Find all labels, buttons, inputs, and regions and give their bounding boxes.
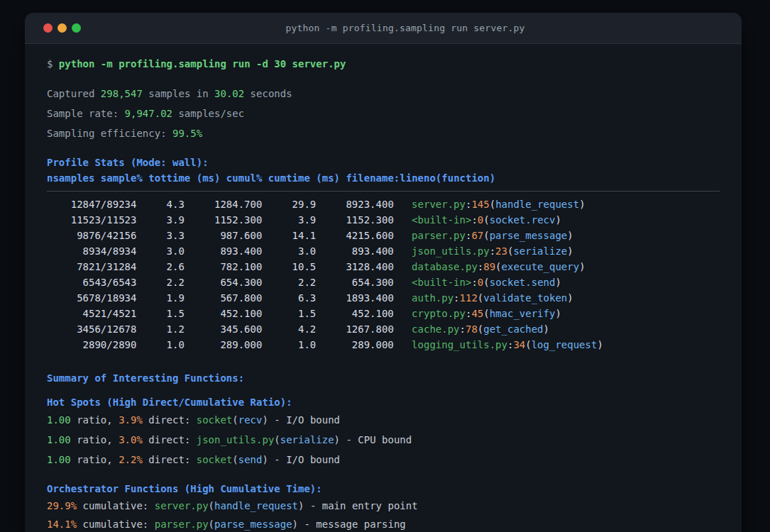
cell: 567.800 xyxy=(185,290,263,306)
cell: 3.9 xyxy=(136,212,184,228)
line-number: 34 xyxy=(513,339,525,350)
cell: 1.0 xyxy=(262,337,316,353)
cell: 2890/2890 xyxy=(47,337,136,353)
cell: 3.0 xyxy=(136,243,184,259)
hot-spots-list: 1.00 ratio, 3.9% direct: socket(recv) - … xyxy=(47,410,720,470)
cell: 8923.400 xyxy=(316,196,394,212)
function-name: validate_token xyxy=(483,292,567,304)
efficiency-line: Sampling efficiency: 99.5% xyxy=(47,123,720,143)
text-segment: ) xyxy=(567,292,573,304)
maximize-button[interactable] xyxy=(72,23,81,33)
filename: parser.py xyxy=(155,519,209,530)
cell: 5678/18934 xyxy=(47,290,136,306)
cell: 782.100 xyxy=(185,259,263,275)
profile-row: 12847/892344.31284.70029.98923.400server… xyxy=(47,196,720,212)
cell: 452.100 xyxy=(185,306,263,321)
cell: 6.3 xyxy=(262,290,316,306)
hot-spots-title: Hot Spots (High Direct/Cumulative Ratio)… xyxy=(47,394,720,410)
cumulative-percent: 29.9% xyxy=(47,500,77,511)
window-controls xyxy=(43,23,81,33)
cell: 1.2 xyxy=(136,321,184,337)
filename: <built-in> xyxy=(412,277,471,288)
filename: cache.py xyxy=(412,323,459,335)
cell: 1.5 xyxy=(262,306,316,321)
role-note: - main entry point xyxy=(310,500,418,511)
text-segment: direct: xyxy=(143,454,197,465)
table-divider xyxy=(47,191,720,192)
function-name: socket.send xyxy=(490,277,556,288)
cell: 1284.700 xyxy=(185,196,263,212)
profile-row: 7821/312842.6782.10010.53128.400database… xyxy=(47,259,720,275)
profile-row: 6543/65432.2654.3002.2654.300<built-in>:… xyxy=(47,275,720,290)
text-segment: ( xyxy=(274,434,280,445)
text-segment: 99.5% xyxy=(172,128,202,139)
filename: socket xyxy=(197,454,233,465)
line-number: 67 xyxy=(471,230,483,241)
orchestrator-line: 29.9% cumulative: server.py(handle_reque… xyxy=(47,497,720,515)
profile-row: 11523/115233.91152.3003.91152.300<built-… xyxy=(47,212,720,228)
line-number: 23 xyxy=(495,245,507,257)
function-name: recv xyxy=(238,414,263,426)
text-segment: ) xyxy=(262,414,274,426)
capture-stats: Captured 298,547 samples in 30.02 second… xyxy=(47,84,720,143)
profile-row: 3456/126781.2345.6004.21267.800cache.py:… xyxy=(47,321,720,337)
text-segment: ratio, xyxy=(71,434,119,445)
orchestrator-title: Orchestrator Functions (High Cumulative … xyxy=(47,481,720,497)
ratio-value: 1.00 xyxy=(47,434,71,445)
captured-line: Captured 298,547 samples in 30.02 second… xyxy=(47,84,720,104)
cell: 452.100 xyxy=(316,306,394,321)
function-name: get_cached xyxy=(483,323,543,335)
text-segment: ( xyxy=(209,519,214,530)
text-segment: ( xyxy=(483,214,489,226)
text-segment: ( xyxy=(209,500,214,511)
filename: logging_utils.py xyxy=(412,339,507,350)
text-segment: cumulative: xyxy=(77,500,155,511)
cell: 3128.400 xyxy=(316,259,394,275)
profile-stats-title: Profile Stats (Mode: wall): xyxy=(47,155,720,170)
cell: 289.000 xyxy=(185,337,263,353)
bound-note: - CPU bound xyxy=(346,434,412,445)
profile-row: 2890/28901.0289.0001.0289.000logging_uti… xyxy=(47,337,720,353)
titlebar[interactable]: python -m profiling.sampling run server.… xyxy=(25,13,742,44)
text-segment: ( xyxy=(483,230,489,241)
cell: 7821/31284 xyxy=(47,259,136,275)
text-segment: ratio, xyxy=(71,454,119,465)
cell: 1152.300 xyxy=(185,212,263,228)
text-segment: ) xyxy=(555,277,561,288)
minimize-button[interactable] xyxy=(57,23,67,33)
terminal-content[interactable]: $ python -m profiling.sampling run -d 30… xyxy=(25,44,742,532)
cumulative-percent: 14.1% xyxy=(47,519,77,530)
profile-row: 8934/89343.0893.4003.0893.400json_utils.… xyxy=(47,243,720,259)
cell: 1267.800 xyxy=(316,321,394,337)
cell: 1.9 xyxy=(136,290,184,306)
function-name: hmac_verify xyxy=(490,308,556,319)
cell: 987.600 xyxy=(185,228,263,243)
line-number: 45 xyxy=(471,308,483,319)
cell: 893.400 xyxy=(185,243,263,259)
function-name: send xyxy=(238,454,263,465)
text-segment: cumulative: xyxy=(77,519,155,530)
cell: 1152.300 xyxy=(316,212,394,228)
text-segment: Captured xyxy=(47,88,101,99)
text-segment: ) xyxy=(579,199,585,210)
cell: 4.3 xyxy=(136,196,184,212)
filename: auth.py xyxy=(412,292,453,304)
text-segment: seconds xyxy=(244,88,292,99)
function-name: parse_message xyxy=(214,519,292,530)
orchestrator-line: 14.1% cumulative: parser.py(parse_messag… xyxy=(47,515,720,532)
text-segment: ( xyxy=(490,199,495,210)
function-name: handle_request xyxy=(214,500,298,511)
close-button[interactable] xyxy=(43,23,53,33)
text-segment: 9,947.02 xyxy=(125,108,172,119)
filename: server.py xyxy=(155,500,209,511)
role-note: - message parsing xyxy=(304,519,405,530)
cell: 3.3 xyxy=(136,228,184,243)
line-number: 0 xyxy=(478,214,483,226)
profile-row: 9876/421563.3987.60014.14215.600parser.p… xyxy=(47,228,720,243)
profile-row: 4521/45211.5452.1001.5452.100crypto.py:4… xyxy=(47,306,720,321)
profile-table-header: nsamples sample% tottime (ms) cumul% cum… xyxy=(47,170,720,186)
text-segment: ) xyxy=(597,339,603,350)
text-segment: : xyxy=(460,323,466,335)
line-number: 78 xyxy=(466,323,478,335)
summary-title: Summary of Interesting Functions: xyxy=(47,370,720,386)
